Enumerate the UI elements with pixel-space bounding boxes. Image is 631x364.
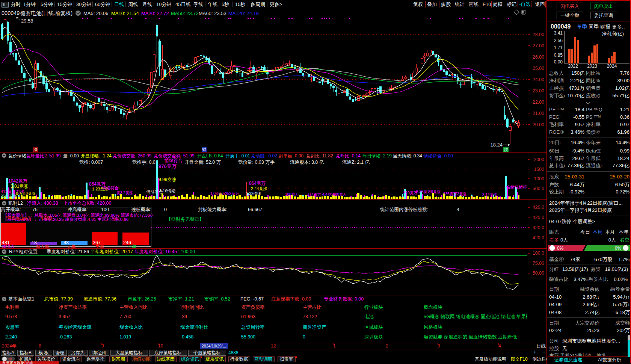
svg-text:1分钟: 1分钟 bbox=[23, 2, 36, 7]
svg-text:年度相对价位: 16.45: 年度相对价位: 16.45 bbox=[134, 249, 177, 254]
svg-text:无: 无 bbox=[562, 346, 567, 351]
svg-text:证券信息速递: 证券信息速递 bbox=[554, 357, 583, 362]
svg-text:闪电卖出: 闪电卖出 bbox=[594, 4, 613, 9]
svg-text:1: 1 bbox=[333, 343, 336, 349]
svg-text:增值功能: 增值功能 bbox=[132, 356, 151, 362]
svg-text:0.00: 0.00 bbox=[554, 59, 563, 65]
svg-text:分时: 分时 bbox=[11, 2, 21, 7]
svg-text:10.70亿: 10.70亿 bbox=[567, 93, 584, 98]
svg-text:73.122: 73.122 bbox=[303, 314, 317, 319]
svg-text:75.00: 75.00 bbox=[533, 261, 544, 266]
svg-text:非经损: 非经损 bbox=[549, 85, 564, 91]
svg-text:04-08: 04-08 bbox=[549, 310, 562, 315]
svg-text:财: 财 bbox=[202, 147, 206, 152]
svg-text:13.58亿(17): 13.58亿(17) bbox=[562, 266, 588, 272]
svg-text:复权: 复权 bbox=[413, 2, 423, 7]
svg-text:+: + bbox=[533, 349, 536, 355]
svg-text:2024年: 2024年 bbox=[2, 343, 17, 349]
svg-text:概念板块: 概念板块 bbox=[424, 305, 442, 310]
svg-text:PS ᵀᵀᴹ: PS ᵀᵀᴹ bbox=[586, 114, 601, 120]
svg-text:20.00: 20.00 bbox=[533, 122, 544, 127]
svg-text:27.00: 27.00 bbox=[533, 43, 544, 48]
svg-text:413竟万: 413竟万 bbox=[307, 193, 321, 197]
svg-text:毛利率: 毛利率 bbox=[549, 122, 564, 127]
svg-text:18.24: 18.24 bbox=[617, 156, 629, 161]
svg-text:竞换: 0.007: 竞换: 0.007 bbox=[79, 160, 103, 165]
svg-text:净利率: 净利率 bbox=[586, 122, 601, 127]
svg-text:4.4竟涨80竟万: 4.4竟涨80竟万 bbox=[322, 192, 347, 196]
svg-text:跌: 跌 bbox=[504, 147, 509, 152]
svg-text:画线: 画线 bbox=[469, 2, 479, 7]
svg-text:15分钟: 15分钟 bbox=[57, 2, 72, 7]
svg-text:15秒: 15秒 bbox=[235, 2, 245, 7]
svg-text:55.71亿: 55.71亿 bbox=[612, 93, 629, 98]
svg-text:基金④: 基金④ bbox=[549, 257, 564, 262]
svg-text:主营收入同比: 主营收入同比 bbox=[119, 305, 148, 310]
svg-text:行业数据: 行业数据 bbox=[230, 356, 248, 362]
svg-text:AI数据分析: AI数据分析 bbox=[598, 357, 621, 362]
svg-text:-0.263: -0.263 bbox=[59, 334, 72, 340]
svg-text:季度相对价位: 21.86: 季度相对价位: 21.86 bbox=[47, 249, 89, 254]
svg-text:高开概率:: 高开概率: bbox=[1, 207, 21, 212]
svg-text:0%: 0% bbox=[615, 246, 622, 251]
svg-text:年最高: 年最高 bbox=[549, 156, 564, 161]
svg-text:日线: 日线 bbox=[114, 2, 124, 7]
svg-text:25-03-20: 25-03-20 bbox=[610, 174, 629, 180]
svg-text:0.99: 0.99 bbox=[620, 148, 629, 154]
svg-text:61.96: 61.96 bbox=[617, 129, 629, 135]
svg-text:另存为: 另存为 bbox=[71, 350, 85, 355]
svg-text:凯利L2: 凯利L2 bbox=[8, 201, 23, 206]
svg-text:眼光: 眼光 bbox=[549, 229, 559, 235]
svg-text:5分钟: 5分钟 bbox=[41, 2, 53, 7]
svg-text:一键全撤: 一键全撤 bbox=[560, 13, 579, 18]
svg-text:55.900: 55.900 bbox=[241, 334, 255, 340]
svg-text:1500: 1500 bbox=[534, 167, 544, 172]
svg-text:应收款: 应收款 bbox=[586, 93, 601, 98]
svg-text:1042竟万: 1042竟万 bbox=[8, 178, 27, 184]
svg-text:专业财务数据: 0.00: 专业财务数据: 0.00 bbox=[324, 296, 364, 302]
svg-text:1.019: 1.019 bbox=[119, 334, 131, 340]
svg-text:−: − bbox=[542, 349, 545, 355]
svg-text:2023: 2023 bbox=[587, 63, 597, 69]
svg-text:普及版功能说明: 普及版功能说明 bbox=[475, 356, 506, 362]
svg-text:竞昨比: 0.14: 竞昨比: 0.14 bbox=[336, 153, 361, 159]
svg-text:返回: 返回 bbox=[535, 2, 545, 7]
svg-text:29.58: 29.58 bbox=[21, 18, 33, 24]
svg-text:04-09: 04-09 bbox=[549, 302, 562, 307]
svg-text:德赛电池(日线.前复权): 德赛电池(日线.前复权) bbox=[20, 10, 72, 16]
svg-text:财富圈: 财富圈 bbox=[112, 356, 125, 362]
svg-text:情绪符合: 情绪符合 bbox=[164, 158, 183, 163]
svg-text:MA10: 21.54: MA10: 21.54 bbox=[111, 11, 139, 16]
svg-text:净利润(亿): 净利润(亿) bbox=[602, 31, 624, 36]
svg-text:股息率: 股息率 bbox=[5, 325, 20, 330]
svg-text:MA5: 20.06: MA5: 20.06 bbox=[83, 11, 109, 16]
svg-text:Beta值: Beta值 bbox=[586, 148, 601, 154]
svg-text:总收入: 总收入 bbox=[549, 70, 564, 76]
svg-text:04-10: 04-10 bbox=[549, 294, 562, 300]
svg-text:10分钟: 10分钟 bbox=[156, 2, 171, 7]
svg-text:235竟万2竟涨: 235竟万2竟涨 bbox=[443, 192, 466, 196]
svg-text:3.457: 3.457 bbox=[59, 314, 70, 319]
svg-text:总市值: 77.39: 总市值: 77.39 bbox=[44, 296, 73, 302]
svg-text:2.240: 2.240 bbox=[5, 334, 17, 340]
svg-text:2.68亿↓: 2.68亿↓ bbox=[583, 294, 599, 300]
svg-text:量: 0.00: 量: 0.00 bbox=[63, 153, 79, 159]
svg-text:2.21亿: 2.21亿 bbox=[570, 78, 584, 83]
svg-text:看多: 看多 bbox=[549, 237, 559, 243]
svg-text:0.02%: 0.02% bbox=[614, 276, 628, 282]
svg-text:4731万: 4731万 bbox=[569, 85, 584, 91]
svg-text:市销率: 0.52: 市销率: 0.52 bbox=[204, 296, 230, 302]
svg-text:公司: 公司 bbox=[549, 338, 559, 344]
svg-text:23.00: 23.00 bbox=[533, 88, 544, 94]
svg-text:净流入: 净流入 bbox=[2, 244, 15, 249]
svg-text:30分钟: 30分钟 bbox=[76, 2, 91, 7]
svg-text:每股经营现金流: 每股经营现金流 bbox=[59, 325, 92, 330]
svg-text:12: 12 bbox=[271, 343, 276, 349]
svg-text:年线: 年线 bbox=[208, 2, 217, 7]
svg-text:10: 10 bbox=[158, 343, 163, 349]
svg-text:1.71: 1.71 bbox=[554, 45, 563, 50]
svg-text:28.00: 28.00 bbox=[533, 32, 544, 37]
svg-text:-0.92%: -0.92% bbox=[569, 189, 585, 195]
svg-text:25.23: 25.23 bbox=[587, 328, 599, 333]
svg-text:3.12竟涨: 3.12竟涨 bbox=[482, 193, 497, 197]
